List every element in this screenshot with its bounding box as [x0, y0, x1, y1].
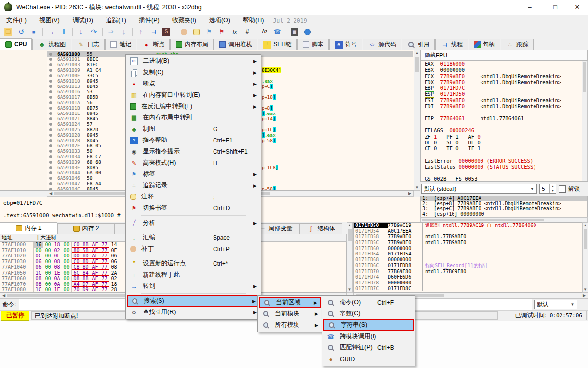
bookmarks-button[interactable]: ⚑ [216, 27, 228, 37]
stack-row[interactable]: 0171FD640171FD54 [354, 251, 582, 257]
stack-row[interactable]: 0171FD5077B9AC19返回到 ntdll.77B9AC19 自 ntd… [354, 223, 582, 228]
menu-item-所有模块[interactable]: 所有模块▶ [259, 319, 321, 331]
internet-button[interactable] [301, 27, 313, 37]
tab-断点[interactable]: ●断点 [137, 39, 170, 50]
menu-item-常数(C)[interactable]: 常数(C) [323, 308, 414, 319]
calculator-button[interactable]: ▦ [289, 27, 300, 37]
menu-item-断点[interactable]: ●断点▶ [127, 78, 260, 89]
menu-item-补丁[interactable]: 补丁Ctrl+P [127, 243, 260, 255]
argument-row[interactable]: 3: [esp+C] 77B9ABE0 <ntdll.DbgUiRemoteBr… [421, 206, 587, 212]
menu-item-在反汇编中转到(E)[interactable]: 在反汇编中转到(E)▶ [127, 101, 260, 112]
unlock-checkbox[interactable] [559, 185, 566, 193]
menu-选项(O)[interactable]: 选项(O) [203, 15, 237, 26]
modules-button[interactable]: ☎ [271, 27, 283, 37]
stack-row[interactable]: 0171FD5C77B9ABE0ntdll.77B9ABE0 [354, 240, 582, 246]
menu-item-复制(C)[interactable]: 复制(C)▶ [127, 67, 260, 78]
menu-item-新建线程于此[interactable]: +新建线程于此 [127, 269, 260, 281]
menu-item-跨模块调用(I)[interactable]: ☎跨模块调用(I) [323, 331, 414, 342]
menu-item-GUID[interactable]: ●GUID [323, 353, 414, 365]
dump-tab-内存 1[interactable]: 内存 1 [0, 222, 57, 234]
tab-源代码[interactable]: <>源代码 [363, 39, 401, 50]
argument-row[interactable]: 4: [esp+10] 00000000 [421, 212, 587, 217]
tab-跟踪[interactable]: ∴跟踪 [501, 39, 534, 50]
menu-item-分析[interactable]: ╱分析▶ [127, 217, 260, 228]
disassembly-vscrollbar[interactable]: ▲▼ [414, 50, 420, 191]
menu-插件(P)[interactable]: 插件(P) [133, 15, 166, 26]
menu-item-在内存窗口中转到(E)[interactable]: ▦在内存窗口中转到(E)▶ [127, 89, 260, 101]
menu-item-匹配特征(P)[interactable]: 匹配特征(P)Ctrl+B [323, 342, 414, 353]
registers-list[interactable]: EAX 01186000EBX 00000000ECX 77B9ABE0 <nt… [420, 60, 588, 182]
tab-CPU[interactable]: CPU [0, 38, 32, 50]
menu-item-标签[interactable]: ⚑标签▶ [127, 169, 260, 180]
menu-item-转到[interactable]: →转到▶ [127, 281, 260, 292]
close-button[interactable]: ✕ [567, 0, 588, 14]
hide-fpu-button[interactable]: 隐藏FPU [420, 50, 588, 60]
comments-button[interactable] [190, 27, 202, 37]
execute-till-return-button[interactable]: ↑ [135, 27, 147, 37]
menu-文件(F)[interactable]: 文件(F) [0, 15, 33, 26]
menu-item-设置新的运行点[interactable]: *设置新的运行点Ctrl+* [127, 258, 260, 269]
step-into-button[interactable]: ↓ [75, 27, 87, 37]
menu-item-在内存布局中转到[interactable]: ▦在内存布局中转到 [127, 112, 260, 123]
tab-SEH链[interactable]: !SEH链 [258, 39, 297, 50]
menu-item-指令帮助[interactable]: ?指令帮助Ctrl+F1 [127, 135, 260, 146]
tab-符号[interactable]: e符号 [329, 39, 362, 50]
menu-item-追踪记录[interactable]: ∴追踪记录▶ [127, 180, 260, 191]
run-button[interactable]: → [45, 27, 57, 37]
restart-button[interactable]: ↺ [15, 27, 27, 37]
stack-row[interactable]: 0171FD74D60FE6D6 [354, 274, 582, 280]
menu-追踪(T)[interactable]: 追踪(T) [100, 15, 133, 26]
menu-item-切换书签[interactable]: ⚑切换书签Ctrl+D [127, 202, 260, 214]
minimize-button[interactable]: – [519, 0, 540, 14]
stack-row[interactable]: 0171FD6800000000 [354, 257, 582, 263]
menu-调试(D)[interactable]: 调试(D) [66, 15, 100, 26]
dump-vscrollbar[interactable]: ▲▼ [347, 222, 353, 293]
menu-帮助(H)[interactable]: 帮助(H) [237, 15, 270, 26]
menu-item-命令(O)[interactable]: 命令(O)Ctrl+F [323, 297, 414, 308]
animate-into-button[interactable]: ⇒ [105, 27, 117, 37]
menu-item-查找引用(R)[interactable]: ∞查找引用(R)▶ [127, 307, 260, 318]
pause-button[interactable]: ‖ [58, 27, 70, 37]
menu-item-字符串(S)[interactable]: 字符串(S) [323, 319, 414, 331]
hash-button[interactable]: # [241, 27, 253, 37]
stack-row[interactable]: 0171FD7C0171FD8C [354, 286, 582, 292]
patch-button[interactable] [178, 27, 189, 37]
tab-线程[interactable]: ⇉线程 [435, 39, 468, 50]
menu-item-高亮模式(H)[interactable]: ✎高亮模式(H)H [127, 157, 260, 169]
tab-日志[interactable]: ✎日志 [72, 39, 105, 50]
stack-row[interactable]: 0171FD6C0171FDD8指向SEH_Record[1]的指针 [354, 263, 582, 269]
tab-调用堆栈[interactable]: 调用堆栈 [214, 39, 257, 50]
open-file-button[interactable]: ❏ [2, 27, 14, 37]
menu-item-搜索(S)[interactable]: 搜索(S)▶ [127, 295, 260, 307]
run-to-user-code-button[interactable]: ⇉ [148, 27, 160, 37]
menu-item-当前模块[interactable]: 当前模块▶ [259, 308, 321, 319]
menu-item-当前区域[interactable]: 当前区域▶ [259, 297, 321, 308]
strings-az-button[interactable]: Az [259, 27, 270, 37]
menu-item-二进制(B)[interactable]: 01二进制(B)▶ [127, 56, 260, 67]
stack-vscrollbar[interactable]: ▲▼ [582, 222, 588, 293]
menu-视图(V)[interactable]: 视图(V) [33, 15, 66, 26]
tab-内存布局[interactable]: 内存布局 [170, 39, 214, 50]
tab-句柄[interactable]: 句柄 [469, 39, 500, 50]
stack-row[interactable]: 0171FD7077B69F80ntdll.77B69F80 [354, 269, 582, 275]
menu-item-汇编[interactable]: ↓汇编Space [127, 232, 260, 243]
arguments-list[interactable]: 1: [esp+4] A0C17EEA2: [esp+8] 77B9ABE0 <… [420, 196, 588, 217]
dump-tab-内存 2[interactable]: 内存 2 [57, 223, 115, 234]
command-profile-select[interactable]: 默认▼ [534, 300, 577, 309]
menu-item-注释[interactable]: 注释; [127, 191, 260, 202]
menu-item-制图[interactable]: ♣制图G [127, 123, 260, 135]
script-button[interactable]: S [160, 27, 172, 37]
stack-row[interactable]: 0171FD54A0C17EEA [354, 228, 582, 234]
tab-引用[interactable]: 引用 [402, 39, 435, 50]
menu-收藏夹(I)[interactable]: 收藏夹(I) [166, 15, 203, 26]
calling-convention-select[interactable]: 默认 (stdcall)▼ [421, 184, 537, 194]
tab-脚本[interactable]: 脚本 [297, 39, 329, 50]
tab-流程图[interactable]: ♣流程图 [32, 39, 71, 50]
fx-button[interactable]: fx [229, 27, 241, 37]
title-bar[interactable]: WeChat.exe - PID: 263C - 模块: wechatwin.d… [0, 0, 588, 15]
stop-button[interactable]: ■ [28, 27, 40, 37]
animate-over-button[interactable]: ↓ [118, 27, 130, 37]
labels-button[interactable]: ⚑ [203, 27, 215, 37]
tab-笔记[interactable]: 笔记 [105, 39, 136, 50]
registers-vscrollbar[interactable] [582, 61, 588, 181]
